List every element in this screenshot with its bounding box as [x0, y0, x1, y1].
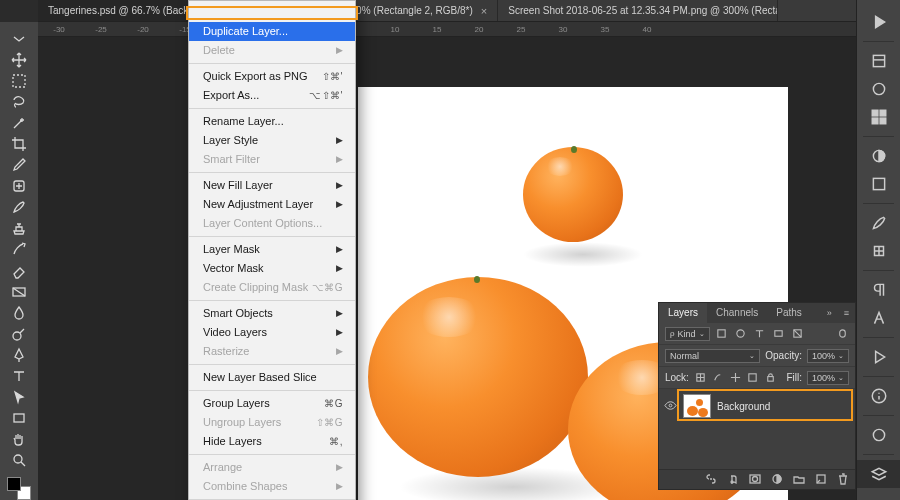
svg-rect-20 — [839, 330, 845, 337]
menu-item[interactable]: New Layer Based Slice — [189, 368, 355, 387]
menu-item[interactable]: Duplicate Layer... — [189, 22, 355, 41]
menu-item[interactable]: New Fill Layer▶ — [189, 176, 355, 195]
dodge-tool-icon[interactable] — [4, 323, 34, 344]
link-layers-icon[interactable] — [705, 473, 717, 487]
document-tab[interactable]: Screen Shot 2018-06-25 at 12.35.34 PM.pn… — [498, 0, 778, 21]
lock-all-icon[interactable] — [764, 371, 777, 385]
zoom-tool-icon[interactable] — [4, 450, 34, 471]
svg-point-3 — [13, 332, 21, 340]
clone-stamp-tool-icon[interactable] — [4, 218, 34, 239]
lock-position-icon[interactable] — [729, 371, 742, 385]
lock-label: Lock: — [665, 372, 689, 383]
eyedropper-tool-icon[interactable] — [4, 155, 34, 176]
blur-tool-icon[interactable] — [4, 302, 34, 323]
crop-tool-icon[interactable] — [4, 133, 34, 154]
menu-item: Rasterize▶ — [189, 342, 355, 361]
menu-item[interactable]: Quick Export as PNG⇧⌘' — [189, 67, 355, 86]
hand-tool-icon[interactable] — [4, 429, 34, 450]
move-tool-icon[interactable] — [4, 49, 34, 70]
menu-item: Delete▶ — [189, 41, 355, 60]
opacity-input[interactable]: 100%⌄ — [807, 349, 849, 363]
healing-brush-tool-icon[interactable] — [4, 176, 34, 197]
svg-rect-16 — [718, 330, 725, 337]
paragraph-panel-icon[interactable] — [857, 276, 900, 304]
svg-rect-23 — [767, 377, 773, 382]
menu-item: Copy SVG — [189, 3, 355, 22]
layer-mask-icon[interactable] — [749, 473, 761, 487]
menu-item[interactable]: Layer Mask▶ — [189, 240, 355, 259]
eraser-tool-icon[interactable] — [4, 260, 34, 281]
tab-layers[interactable]: Layers — [659, 303, 707, 323]
menu-item[interactable]: Smart Objects▶ — [189, 304, 355, 323]
tangerine-image — [523, 147, 623, 242]
adjustment-layer-icon[interactable] — [771, 473, 783, 487]
brush-panel-icon[interactable] — [857, 209, 900, 237]
styles-panel-icon[interactable] — [857, 170, 900, 198]
visibility-toggle-icon[interactable] — [663, 399, 677, 414]
info-panel-icon[interactable] — [857, 382, 900, 410]
menu-item[interactable]: Video Layers▶ — [189, 323, 355, 342]
svg-rect-4 — [14, 414, 24, 422]
pen-tool-icon[interactable] — [4, 344, 34, 365]
menu-item[interactable]: Export As...⌥⇧⌘' — [189, 86, 355, 105]
filter-kind-dropdown[interactable]: ρKind⌄ — [665, 327, 710, 341]
marquee-tool-icon[interactable] — [4, 70, 34, 91]
blend-mode-dropdown[interactable]: Normal⌄ — [665, 349, 760, 363]
filter-smart-icon[interactable] — [791, 327, 805, 341]
rectangle-tool-icon[interactable] — [4, 408, 34, 429]
delete-layer-icon[interactable] — [837, 473, 849, 487]
color-panel-icon[interactable] — [857, 75, 900, 103]
adjustments-panel-icon[interactable] — [857, 142, 900, 170]
gradient-tool-icon[interactable] — [4, 281, 34, 302]
history-brush-tool-icon[interactable] — [4, 239, 34, 260]
type-tool-icon[interactable] — [4, 366, 34, 387]
group-icon[interactable] — [793, 473, 805, 487]
horizontal-ruler: -30-25-20-15-10-50510152025303540 — [38, 22, 856, 37]
actions-panel-icon[interactable] — [857, 343, 900, 371]
magic-wand-tool-icon[interactable] — [4, 112, 34, 133]
lock-pixels-icon[interactable] — [711, 371, 724, 385]
close-icon[interactable]: × — [481, 5, 487, 17]
swatches-panel-icon[interactable] — [857, 103, 900, 131]
layers-panel-icon[interactable] — [857, 460, 900, 488]
character-panel-icon[interactable] — [857, 304, 900, 332]
lasso-tool-icon[interactable] — [4, 91, 34, 112]
collapse-icon[interactable]: » — [821, 308, 838, 318]
filter-pixel-icon[interactable] — [715, 327, 729, 341]
menu-item[interactable]: New Adjustment Layer▶ — [189, 195, 355, 214]
fill-input[interactable]: 100%⌄ — [807, 371, 849, 385]
lock-transparency-icon[interactable] — [694, 371, 707, 385]
history-panel-icon[interactable] — [857, 47, 900, 75]
menu-item: Smart Filter▶ — [189, 150, 355, 169]
menu-item[interactable]: Hide Layers⌘, — [189, 432, 355, 451]
tab-paths[interactable]: Paths — [767, 303, 811, 323]
menu-item: Combine Shapes▶ — [189, 477, 355, 496]
svg-point-17 — [737, 330, 744, 337]
filter-type-icon[interactable] — [753, 327, 767, 341]
svg-rect-22 — [749, 374, 756, 381]
filter-shape-icon[interactable] — [772, 327, 786, 341]
brush-tool-icon[interactable] — [4, 197, 34, 218]
menu-item[interactable]: Group Layers⌘G — [189, 394, 355, 413]
menu-item[interactable]: Layer Style▶ — [189, 131, 355, 150]
menu-item[interactable]: Rename Layer... — [189, 112, 355, 131]
document-tabs: Tangerines.psd @ 66.7% (Background, RGB/… — [38, 0, 856, 22]
path-selection-tool-icon[interactable] — [4, 387, 34, 408]
svg-rect-6 — [873, 55, 884, 66]
layer-row[interactable]: Background — [659, 389, 855, 423]
panel-menu-icon[interactable]: ≡ — [838, 308, 855, 318]
new-layer-icon[interactable] — [815, 473, 827, 487]
expand-icon[interactable] — [4, 28, 34, 49]
filter-toggle[interactable] — [835, 327, 849, 341]
brush-settings-panel-icon[interactable] — [857, 237, 900, 265]
tab-channels[interactable]: Channels — [707, 303, 767, 323]
menu-item[interactable]: Vector Mask▶ — [189, 259, 355, 278]
layer-style-icon[interactable] — [727, 473, 739, 487]
foreground-background-colors[interactable] — [7, 477, 31, 500]
play-icon[interactable] — [857, 8, 900, 36]
tools-toolbar — [0, 22, 38, 500]
lock-artboard-icon[interactable] — [746, 371, 759, 385]
svg-rect-0 — [13, 75, 25, 87]
filter-adjustment-icon[interactable] — [734, 327, 748, 341]
properties-panel-icon[interactable] — [857, 421, 900, 449]
